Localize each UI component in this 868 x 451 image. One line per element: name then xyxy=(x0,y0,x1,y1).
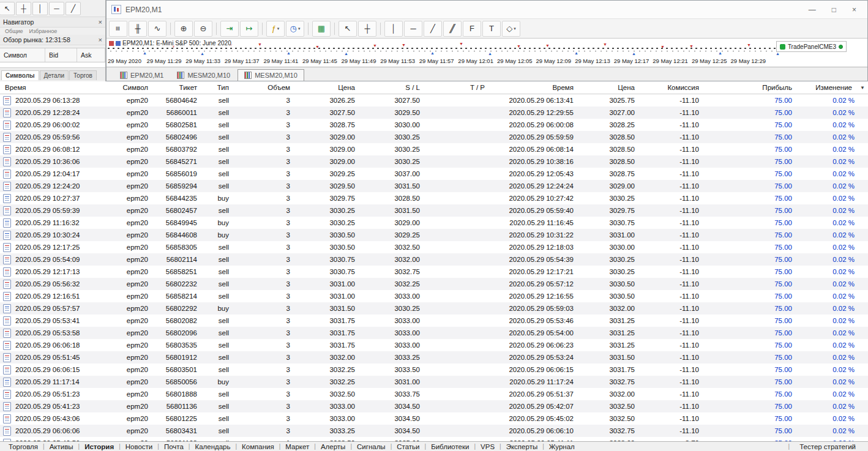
table-row[interactable]: 2020.05.29 05:51:23epm2056801888sell3303… xyxy=(0,388,868,400)
column-menu-arrow[interactable]: ▼ xyxy=(860,85,865,91)
table-row[interactable]: 2020.05.29 11:16:32epm2056849945buy33030… xyxy=(0,217,868,229)
bottom-tab[interactable]: Активы xyxy=(45,443,78,450)
table-row[interactable]: 2020.05.29 06:06:15epm2056803501sell3303… xyxy=(0,363,868,376)
column-header[interactable]: Символ xyxy=(104,84,153,91)
column-header[interactable]: Цена xyxy=(578,84,640,91)
zoom-out-icon[interactable]: ⊖ xyxy=(194,21,212,37)
table-row[interactable]: 2020.05.29 06:06:18epm2056803535sell3303… xyxy=(0,339,868,351)
chart-area[interactable]: EPM20,M1: E-Mini S&P 500: June 2020 ▼▲▼▲… xyxy=(107,39,867,67)
bottom-tab[interactable]: Сигналы xyxy=(352,443,391,450)
table-row[interactable]: 2020.05.29 12:28:24epm2056860011sell3302… xyxy=(0,106,868,119)
periods-icon[interactable]: ◷▾ xyxy=(286,21,304,37)
table-row[interactable]: 2020.05.29 10:30:24epm2056844608buy33030… xyxy=(0,229,868,241)
table-row[interactable]: 2020.05.29 06:13:28epm2056804642sell3302… xyxy=(0,94,868,106)
navigator-tab[interactable]: Избранное xyxy=(29,28,58,34)
table-row[interactable]: 2020.05.29 12:17:13epm2056858251sell3303… xyxy=(0,266,868,278)
vertical-line-tool-icon[interactable]: │ xyxy=(32,2,48,15)
bottom-tab[interactable]: Новости xyxy=(121,443,158,450)
crosshair-icon[interactable]: ┼ xyxy=(358,21,376,37)
horizontal-line-icon[interactable]: ─ xyxy=(404,21,422,37)
bottom-tab[interactable]: VPS xyxy=(476,443,499,450)
templates-icon[interactable]: ▦ xyxy=(312,21,331,37)
bottom-tab[interactable]: Торговля xyxy=(4,443,43,450)
table-row[interactable]: 2020.05.29 05:59:56epm2056802496sell3302… xyxy=(0,131,868,143)
bottom-tab[interactable]: Алерты xyxy=(316,443,350,450)
navigator-tab[interactable]: Общие xyxy=(5,28,23,34)
objects-icon[interactable]: ◇▾ xyxy=(502,21,520,37)
minimize-button[interactable]: — xyxy=(809,6,816,14)
column-header[interactable]: Тип xyxy=(202,84,234,91)
table-row[interactable]: 2020.05.29 05:59:39epm2056802457sell3303… xyxy=(0,204,868,217)
chart-shift-icon[interactable]: ↦ xyxy=(240,21,258,37)
market-watch-column-header[interactable]: Bid xyxy=(45,48,77,62)
column-header[interactable]: Время xyxy=(490,84,578,91)
table-row[interactable]: 2020.05.29 05:53:58epm2056802096sell3303… xyxy=(0,327,868,339)
market-watch-tab[interactable]: Символы xyxy=(1,70,39,80)
close-icon[interactable]: × xyxy=(99,19,102,26)
table-row[interactable]: 2020.05.29 10:27:37epm2056844235buy33029… xyxy=(0,192,868,204)
column-header[interactable]: Время xyxy=(0,84,104,91)
line-chart-icon[interactable]: ∿ xyxy=(148,21,166,37)
cursor-tool-icon[interactable]: ↖ xyxy=(0,2,15,15)
vertical-line-icon[interactable]: │ xyxy=(384,21,403,37)
table-row[interactable]: 2020.05.29 06:08:12epm2056803792sell3302… xyxy=(0,143,868,155)
horizontal-line-tool-icon[interactable]: ─ xyxy=(49,2,64,15)
table-row[interactable]: 2020.05.29 05:57:57epm2056802292buy33031… xyxy=(0,302,868,315)
column-header[interactable]: Цена xyxy=(295,84,360,91)
bottom-tab[interactable]: Почта xyxy=(159,443,189,450)
trendline-tool-icon[interactable]: ╱ xyxy=(65,2,81,15)
fibonacci-icon[interactable]: F xyxy=(463,21,481,37)
column-header[interactable]: Объем xyxy=(234,84,295,91)
column-header[interactable]: Прибыль xyxy=(704,84,797,91)
table-row[interactable]: 2020.05.29 05:51:45epm2056801912sell3303… xyxy=(0,351,868,363)
chart-tab[interactable]: MESM20,M10 xyxy=(171,70,236,81)
table-row[interactable]: 2020.05.29 12:17:25epm2056858305sell3303… xyxy=(0,241,868,253)
column-header[interactable]: T / P xyxy=(425,84,490,91)
indicators-icon[interactable]: ƒ▾ xyxy=(266,21,285,37)
table-row[interactable]: 2020.05.29 12:04:17epm2056856019sell3302… xyxy=(0,168,868,180)
cursor-icon[interactable]: ↖ xyxy=(339,21,357,37)
bar-chart-icon[interactable]: ≡ xyxy=(109,21,127,37)
bottom-tab[interactable]: Журнал xyxy=(544,443,580,450)
candlestick-icon[interactable]: ╫ xyxy=(129,21,147,37)
table-row[interactable]: 2020.05.29 12:24:20epm2056859294sell3302… xyxy=(0,180,868,192)
table-row[interactable]: 2020.05.29 12:16:51epm2056858214sell3303… xyxy=(0,290,868,302)
table-row[interactable]: 2020.05.29 06:06:06epm2056803431sell3303… xyxy=(0,425,868,437)
bottom-tab[interactable]: Библиотеки xyxy=(426,443,474,450)
bottom-tab[interactable]: Эксперты xyxy=(501,443,542,450)
close-icon[interactable]: × xyxy=(99,37,102,43)
table-row[interactable]: 2020.05.29 05:53:41epm2056802082sell3303… xyxy=(0,315,868,327)
bottom-tab[interactable]: Статьи xyxy=(392,443,424,450)
table-row[interactable]: 2020.05.29 05:54:09epm2056802114sell3303… xyxy=(0,253,868,266)
column-header[interactable]: Изменение xyxy=(797,84,868,91)
trendline-icon[interactable]: ╱ xyxy=(424,21,442,37)
column-header[interactable]: Тикет xyxy=(153,84,202,91)
chart-tab[interactable]: EPM20,M1 xyxy=(114,70,170,81)
table-row[interactable]: 2020.05.29 05:56:32epm2056802232sell3303… xyxy=(0,278,868,290)
market-watch-list[interactable] xyxy=(0,62,105,67)
equidistant-channel-icon[interactable]: ╱╱ xyxy=(443,21,462,37)
bottom-tab[interactable]: История xyxy=(80,443,119,450)
table-row[interactable]: 2020.05.29 05:40:56epm2056801108sell1303… xyxy=(0,437,868,441)
crosshair-tool-icon[interactable]: ┼ xyxy=(16,2,31,15)
maximize-button[interactable]: □ xyxy=(832,6,836,14)
auto-scroll-icon[interactable]: ⇥ xyxy=(220,21,239,37)
column-header[interactable]: Комиссия xyxy=(640,84,704,91)
market-watch-column-header[interactable]: Ask xyxy=(77,48,105,62)
text-icon[interactable]: T xyxy=(482,21,501,37)
trade-panel-button[interactable]: TradePanelCME3 xyxy=(776,41,847,52)
table-row[interactable]: 2020.05.29 06:00:02epm2056802581sell3302… xyxy=(0,119,868,131)
bottom-tab[interactable]: Компания xyxy=(237,443,279,450)
table-row[interactable]: 2020.05.29 11:17:14epm2056850056buy33032… xyxy=(0,376,868,388)
bottom-tab[interactable]: Календарь xyxy=(190,443,235,450)
zoom-in-icon[interactable]: ⊕ xyxy=(174,21,193,37)
strategy-tester-button[interactable]: Тестер стратегий xyxy=(795,443,861,450)
market-watch-tab[interactable]: Детали xyxy=(40,70,69,80)
bottom-tab[interactable]: Маркет xyxy=(280,443,314,450)
table-row[interactable]: 2020.05.29 05:43:06epm2056801225sell3303… xyxy=(0,412,868,425)
market-watch-column-header[interactable]: Символ xyxy=(0,48,45,62)
market-watch-tab[interactable]: Торгов xyxy=(69,70,97,80)
close-button[interactable]: × xyxy=(852,6,856,14)
table-row[interactable]: 2020.05.29 10:36:06epm2056845271sell3302… xyxy=(0,155,868,168)
column-header[interactable]: S / L xyxy=(360,84,425,91)
